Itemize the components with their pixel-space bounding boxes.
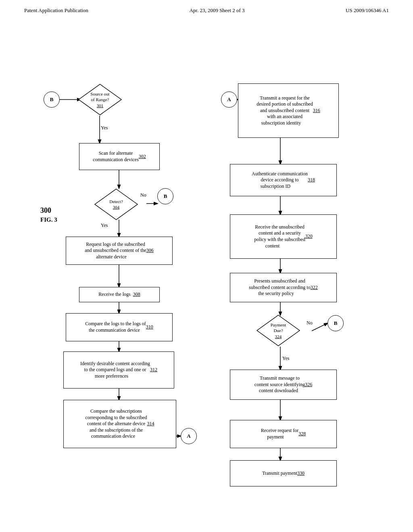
box-314: Compare the subscriptionscorresponding t… [63,400,176,448]
svg-marker-21 [257,315,300,346]
svg-marker-19 [79,84,121,115]
box-328: Receive request forpayment 328 [230,420,337,448]
figure-label: FIG. 3 [40,216,57,223]
label-yes-304: Yes [101,222,108,229]
header-right: US 2009/106346 A1 [346,7,389,14]
connector-B-left: B [44,91,60,108]
connector-A-right: A [221,91,237,108]
page-header: Patent Application Publication Apr. 23, … [0,0,413,17]
box-330: Transmit payment330 [230,460,337,486]
box-316: Transmit a request for thedesired portio… [238,83,339,138]
svg-line-15 [312,323,327,331]
diamond-301: Source outof Range?301 [78,83,122,116]
box-306: Request logs of the subscribedand unsubs… [66,237,173,265]
diamond-304: Detect?304 [94,188,138,220]
box-322: Presents unsubscribed andsubscribed cont… [230,273,337,302]
box-302: Scan for alternatecommunication devices … [79,143,160,170]
diamond-324: PaymentDue?324 [256,314,300,347]
box-326: Transmit message tocontent source identi… [230,370,337,400]
box-320: Receive the unsubscribedcontent and a se… [230,214,337,259]
label-yes-324: Yes [282,355,289,362]
label-no-304: No [140,192,146,199]
box-308: Receive the logs 308 [79,287,160,302]
box-310: Compare the logs to the logs ofthe commu… [66,313,173,341]
figure-number: 300 [40,206,51,215]
svg-marker-20 [95,189,138,220]
label-yes-301: Yes [101,125,108,131]
box-318: Authenticate communicationdevice accordi… [230,164,337,196]
diagram-area: 300 FIG. 3 B Source outof Range?301 Yes … [0,21,413,517]
box-312: Identify desirable content accordingto t… [63,351,174,389]
connector-B-304: B [157,188,173,204]
label-no-324: No [307,320,313,326]
connector-B-324: B [327,315,344,331]
header-left: Patent Application Publication [24,7,88,14]
connector-A-314: A [181,428,197,444]
header-center: Apr. 23, 2009 Sheet 2 of 3 [189,7,244,14]
flowchart-arrows [0,21,413,517]
